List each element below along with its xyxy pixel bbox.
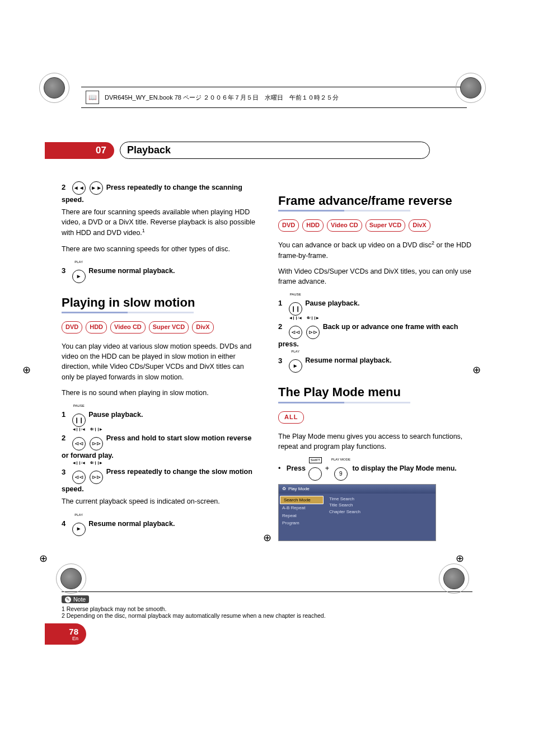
play-icon: ► — [72, 523, 86, 536]
step-number: 2 — [62, 434, 65, 442]
footnote: 2 Depending on the disc, normal playback… — [62, 612, 472, 619]
step-back-label: ◀❙❙/◀ — [73, 461, 85, 466]
step-number: 4 — [62, 519, 65, 528]
step-fwd-label: ❿/❙❙▶ — [90, 427, 102, 432]
press-label: Press — [287, 464, 306, 472]
disc-tag: DivX — [192, 321, 213, 334]
reg-mark-br2 — [439, 564, 478, 603]
section-heading: Frame advance/frame reverse — [278, 194, 472, 208]
recycle-icon: ♻ — [282, 486, 286, 492]
page-number-badge: 78 En — [45, 623, 86, 645]
playmode-label: PLAY MODE — [331, 457, 350, 462]
disc-tag: DVD — [278, 219, 299, 232]
disc-tags: ALL — [278, 411, 472, 424]
pause-label: PAUSE — [73, 403, 85, 408]
step-back-label: ◀❙❙/◀ — [73, 427, 85, 432]
ffwd-icon: ►► — [90, 181, 103, 195]
reg-mark-tl — [39, 73, 78, 112]
reg-mark-tr — [456, 73, 495, 112]
header-strip-text: DVR645H_WY_EN.book 78 ページ ２００６年７月５日 水曜日 … — [105, 93, 339, 102]
list-item: Title Search — [329, 502, 360, 509]
play-icon: ► — [289, 359, 302, 373]
body-para: The current playback speed is indicated … — [62, 496, 256, 506]
play-icon: ► — [72, 270, 86, 283]
disc-tag: Video CD — [110, 321, 146, 334]
reg-mark-bottom: ⊕ — [263, 532, 271, 544]
book-icon: 📖 — [86, 91, 99, 104]
step-text: Pause playback. — [305, 299, 359, 307]
step-number: 3 — [62, 468, 65, 476]
chapter-title: Playback — [120, 142, 430, 159]
pause-label: PAUSE — [290, 292, 301, 297]
rewind-icon: ◄◄ — [72, 181, 86, 195]
shift-label: SHIFT — [309, 457, 322, 463]
step-text: Resume normal playback. — [88, 267, 175, 275]
list-item: A-B Repeat — [279, 504, 325, 512]
play-mode-right-list: Time Search Title Search Chapter Search — [325, 494, 365, 541]
step-back-label: ◀❙❙/◀ — [289, 316, 302, 321]
crop-mark-header: 📖 DVR645H_WY_EN.book 78 ページ ２００６年７月５日 水曜… — [81, 87, 467, 108]
disc-tag: DVD — [62, 321, 82, 334]
step-number: 1 — [62, 410, 65, 419]
bullet-step: • Press SHIFT + PLAY MODE 9 to display t… — [278, 457, 472, 481]
pause-icon: ❙❙ — [289, 302, 302, 316]
step-number: 2 — [62, 183, 65, 191]
play-label: PLAY — [74, 260, 83, 265]
heading-underline — [278, 402, 410, 403]
right-column: Frame advance/frame reverse DVD HDD Vide… — [278, 181, 472, 541]
list-item: Program — [279, 519, 325, 527]
disc-tag: HDD — [302, 219, 324, 232]
step-text: to display the Play Mode menu. — [353, 464, 457, 472]
disc-tag: DivX — [409, 219, 430, 232]
body-para: You can advance or back up video on a DV… — [278, 240, 472, 260]
play-label: PLAY — [291, 349, 299, 354]
list-item: Search Mode — [280, 496, 324, 505]
nine-button-icon: 9 — [334, 467, 348, 481]
pause-icon: ❙❙ — [72, 414, 86, 427]
disc-tags: DVD HDD Video CD Super VCD DivX — [278, 219, 472, 232]
body-para: There are two scanning speeds for other … — [62, 244, 256, 254]
shift-button-icon — [308, 467, 322, 481]
body-para: You can play video at various slow motio… — [62, 341, 256, 382]
heading-underline — [62, 312, 194, 313]
chapter-header: 07 Playback — [45, 142, 456, 159]
page-content: 07 Playback 2 ◄◄ ►► Press repeatedly to … — [62, 142, 472, 645]
step-fwd-icon: ⊳⊳ — [90, 471, 103, 484]
step-number: 2 — [278, 322, 282, 331]
disc-tags: DVD HDD Video CD Super VCD DivX — [62, 321, 256, 334]
step-back-icon: ⊲⊲ — [72, 437, 86, 450]
body-para: The Play Mode menu gives you access to s… — [278, 431, 472, 452]
step-number: 3 — [62, 266, 65, 275]
left-column: 2 ◄◄ ►► Press repeatedly to change the s… — [62, 181, 256, 541]
disc-tag-all: ALL — [278, 411, 304, 424]
step-text: Resume normal playback. — [88, 520, 175, 528]
chapter-number-badge: 07 — [45, 142, 114, 159]
plus-label: + — [325, 464, 329, 472]
body-para: With Video CDs/Super VCDs and DivX title… — [278, 266, 472, 287]
step-number: 3 — [278, 356, 282, 365]
step-text: Pause playback. — [88, 411, 143, 419]
list-item: Time Search — [329, 496, 360, 503]
list-item: Repeat — [279, 512, 325, 520]
page-lang: En — [72, 636, 78, 641]
step-back-icon: ⊲⊲ — [72, 471, 86, 484]
disc-tag: HDD — [86, 321, 107, 334]
disc-tag: Video CD — [327, 219, 362, 232]
play-mode-left-list: Search Mode A-B Repeat Repeat Program — [279, 494, 325, 541]
body-para: There are four scanning speeds available… — [62, 207, 256, 238]
play-mode-title: ♻ Play Mode — [279, 485, 435, 494]
footnote: 1 Reverse playback may not be smooth. — [62, 605, 472, 612]
step-text: Press repeatedly to change the scanning … — [62, 184, 242, 204]
play-mode-menu-screenshot: ♻ Play Mode Search Mode A-B Repeat Repea… — [278, 484, 436, 541]
step-number: 1 — [278, 299, 282, 307]
disc-tag: Super VCD — [149, 321, 189, 334]
step-text: Resume normal playback. — [305, 357, 391, 365]
footnote-section: Note 1 Reverse playback may not be smoot… — [62, 591, 472, 619]
body-para: There is no sound when playing in slow m… — [62, 388, 256, 398]
list-item: Chapter Search — [329, 509, 360, 515]
step-fwd-icon: ⊳⊳ — [90, 437, 103, 450]
reg-mark-bl2 — [56, 564, 95, 603]
step-fwd-label: ❿/❙❙▶ — [90, 461, 102, 466]
section-heading: The Play Mode menu — [278, 385, 472, 399]
reg-mark-ml: ⊕ — [22, 364, 62, 403]
